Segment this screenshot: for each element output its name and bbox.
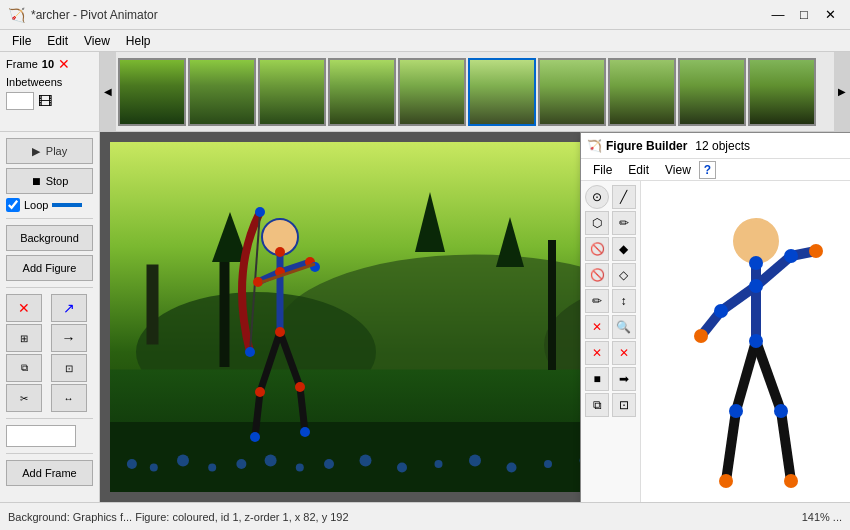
svg-point-26 [507, 463, 517, 473]
fb-tool-circle[interactable]: ⊙ [585, 185, 609, 209]
svg-point-27 [544, 460, 552, 468]
tool-arrow-blue[interactable]: ↗ [51, 294, 87, 322]
inbetween-input[interactable]: 7 [6, 92, 34, 110]
svg-line-68 [781, 411, 791, 481]
add-frame-button[interactable]: Add Frame [6, 460, 93, 486]
frame-thumb-4[interactable] [328, 58, 396, 126]
loop-checkbox[interactable] [6, 198, 20, 212]
status-bar: Background: Graphics f... Figure: colour… [0, 502, 850, 530]
fb-tool-diamond[interactable]: ◇ [612, 263, 636, 287]
zoom-input[interactable]: 100.00 [6, 425, 76, 447]
fb-canvas[interactable] [641, 181, 850, 502]
menu-view[interactable]: View [76, 32, 118, 50]
svg-point-48 [275, 327, 285, 337]
figure-builder-dialog: 🏹 Figure Builder 12 objects — □ ✕ File E… [580, 132, 850, 502]
frame-scroll-left[interactable]: ◀ [100, 52, 116, 131]
minimize-button[interactable]: — [766, 5, 790, 25]
fb-tool-square[interactable]: ■ [585, 367, 609, 391]
maximize-button[interactable]: □ [792, 5, 816, 25]
frame-thumb-6[interactable] [468, 58, 536, 126]
tool-arrow-right[interactable]: → [51, 324, 87, 352]
add-figure-button[interactable]: Add Figure [6, 255, 93, 281]
frame-thumb-7[interactable] [538, 58, 606, 126]
film-icon: 🎞 [38, 93, 52, 109]
fb-tool-x-red[interactable]: ✕ [585, 315, 609, 339]
play-icon: ▶ [32, 145, 40, 158]
stop-button[interactable]: ⏹ Stop [6, 168, 93, 194]
fb-menu-edit[interactable]: Edit [620, 161, 657, 179]
tool-grid[interactable]: ⊞ [6, 324, 42, 352]
fb-tool-arrow-r[interactable]: ➡ [612, 367, 636, 391]
fb-tool-paste[interactable]: ⊡ [612, 393, 636, 417]
fb-tool-hex[interactable]: ⬡ [585, 211, 609, 235]
svg-rect-4 [147, 265, 159, 345]
svg-line-65 [736, 341, 756, 411]
tool-cut[interactable]: ✂ [6, 384, 42, 412]
svg-point-55 [310, 262, 320, 272]
main-area: ▶ Play ⏹ Stop Loop Background Add Figure… [0, 132, 850, 502]
tool-copy[interactable]: ⧉ [6, 354, 42, 382]
fb-tool-no2[interactable]: 🚫 [585, 263, 609, 287]
svg-line-42 [260, 332, 280, 392]
svg-point-78 [719, 474, 733, 488]
frame-number-row: Frame 10 ✕ [6, 56, 93, 72]
fb-tool-line[interactable]: ╱ [612, 185, 636, 209]
svg-point-49 [255, 387, 265, 397]
fb-icon: 🏹 [587, 139, 602, 153]
svg-line-67 [756, 341, 781, 411]
svg-line-44 [280, 332, 300, 387]
frame-delete-button[interactable]: ✕ [58, 56, 70, 72]
svg-point-23 [397, 463, 407, 473]
fb-menu-view[interactable]: View [657, 161, 699, 179]
frame-thumb-3[interactable] [258, 58, 326, 126]
loop-label: Loop [24, 199, 48, 211]
menu-bar: File Edit View Help [0, 30, 850, 52]
svg-point-24 [435, 460, 443, 468]
stop-icon: ⏹ [31, 175, 42, 187]
fb-tool-arrow[interactable]: ↕ [612, 289, 636, 313]
frame-thumb-1[interactable] [118, 58, 186, 126]
fb-tool-fill[interactable]: ◆ [612, 237, 636, 261]
svg-point-73 [714, 304, 728, 318]
tool-delete-red[interactable]: ✕ [6, 294, 42, 322]
tool-flip[interactable]: ↔ [51, 384, 87, 412]
frame-thumb-10[interactable] [748, 58, 816, 126]
background-label: Background [20, 232, 79, 244]
status-left: Background: Graphics f... Figure: colour… [8, 511, 802, 523]
fb-menubar: File Edit View ? [581, 159, 850, 181]
fb-tool-no[interactable]: 🚫 [585, 237, 609, 261]
fb-tool-pencil2[interactable]: ✏ [585, 289, 609, 313]
frame-scroll-right[interactable]: ▶ [834, 52, 850, 131]
left-panel: ▶ Play ⏹ Stop Loop Background Add Figure… [0, 132, 100, 502]
frame-thumb-8[interactable] [608, 58, 676, 126]
menu-edit[interactable]: Edit [39, 32, 76, 50]
tools-grid: ✕ ↗ ⊞ → ⧉ ⊡ ✂ ↔ [6, 294, 93, 412]
background-button[interactable]: Background [6, 225, 93, 251]
fb-menu-file[interactable]: File [585, 161, 620, 179]
fb-tool-pencil[interactable]: ✏ [612, 211, 636, 235]
frames-scroll [116, 52, 834, 131]
menu-help[interactable]: Help [118, 32, 159, 50]
fb-tool-copy[interactable]: ⧉ [585, 393, 609, 417]
fb-tool-search[interactable]: 🔍 [612, 315, 636, 339]
title-text: *archer - Pivot Animator [31, 8, 158, 22]
menu-file[interactable]: File [4, 32, 39, 50]
svg-point-75 [774, 404, 788, 418]
close-button[interactable]: ✕ [818, 5, 842, 25]
svg-point-15 [150, 464, 158, 472]
canvas-area[interactable]: 🏹 Figure Builder 12 objects — □ ✕ File E… [100, 132, 850, 502]
frame-thumb-5[interactable] [398, 58, 466, 126]
fb-tool-x2[interactable]: ✕ [585, 341, 609, 365]
play-button[interactable]: ▶ Play [6, 138, 93, 164]
tool-paste[interactable]: ⊡ [51, 354, 87, 382]
fb-tool-x3[interactable]: ✕ [612, 341, 636, 365]
app-icon: 🏹 [8, 7, 25, 23]
title-controls: — □ ✕ [766, 5, 842, 25]
svg-point-79 [784, 474, 798, 488]
fb-menu-help[interactable]: ? [699, 161, 716, 179]
svg-point-72 [784, 249, 798, 263]
frame-thumb-2[interactable] [188, 58, 256, 126]
svg-point-56 [255, 207, 265, 217]
divider-1 [6, 218, 93, 219]
frame-thumb-9[interactable] [678, 58, 746, 126]
